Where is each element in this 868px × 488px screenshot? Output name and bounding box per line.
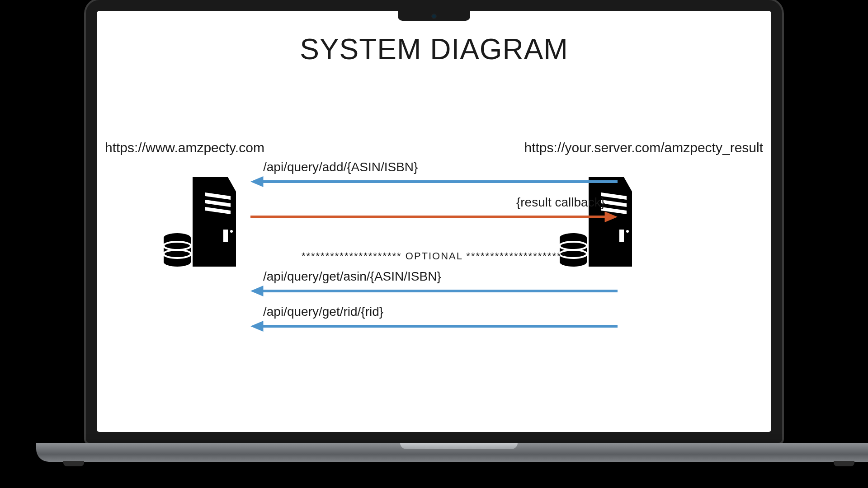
svg-rect-15 [619,230,624,242]
svg-marker-23 [250,176,263,187]
server-icon-left [160,172,237,271]
flow-get-rid: /api/query/get/rid/{rid} [250,305,618,340]
arrow-left-icon [250,286,618,296]
svg-rect-4 [223,230,228,242]
flow-get-asin-label: /api/query/get/asin/{ASIN/ISBN} [250,269,618,286]
svg-marker-27 [250,286,263,296]
right-server-url-label: https://your.server.com/amzpecty_result [524,140,763,155]
flow-add: /api/query/add/{ASIN/ISBN} [250,160,618,195]
svg-marker-25 [605,211,618,222]
svg-marker-29 [250,321,263,332]
slide: SYSTEM DIAGRAM https://www.amzpecty.com … [97,11,771,432]
svg-point-16 [626,230,629,233]
flow-add-label: /api/query/add/{ASIN/ISBN} [250,160,618,176]
slide-title: SYSTEM DIAGRAM [97,33,771,66]
svg-point-5 [230,230,233,233]
stage: SYSTEM DIAGRAM https://www.amzpecty.com … [0,0,868,488]
flow-get-asin: /api/query/get/asin/{ASIN/ISBN} [250,269,618,305]
camera-icon [431,14,437,19]
flow-callback-label: {result callback} [250,195,618,211]
laptop-screen: SYSTEM DIAGRAM https://www.amzpecty.com … [97,11,771,432]
laptop-bezel: SYSTEM DIAGRAM https://www.amzpecty.com … [86,0,782,443]
flow-diagram: /api/query/add/{ASIN/ISBN} {result callb… [250,160,618,378]
laptop-foot-left [63,461,84,466]
laptop-mockup: SYSTEM DIAGRAM https://www.amzpecty.com … [36,0,832,466]
svg-rect-0 [193,177,201,267]
left-server-url-label: https://www.amzpecty.com [105,140,264,155]
arrow-left-icon [250,176,618,187]
laptop-notch [398,11,470,21]
optional-divider: ********************* OPTIONAL *********… [250,250,618,262]
laptop-foot-right [834,461,854,466]
flow-callback: {result callback} [250,195,618,230]
laptop-feet [36,459,868,466]
arrow-left-icon [250,321,618,332]
flow-get-rid-label: /api/query/get/rid/{rid} [250,305,618,321]
laptop-hinge-cut [400,443,518,449]
arrow-right-icon [250,211,618,222]
